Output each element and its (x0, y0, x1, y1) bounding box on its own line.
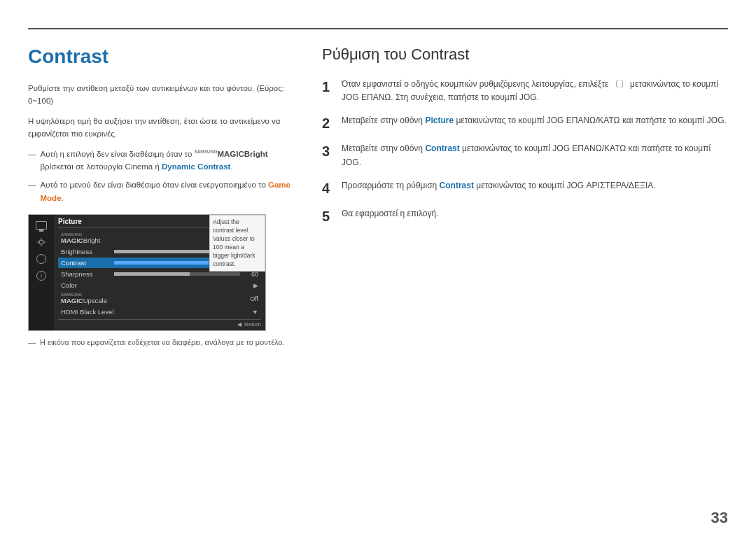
step-4-number: 4 (322, 179, 342, 197)
brightness-icon (34, 236, 49, 248)
magicupscale-value: Off (244, 295, 258, 302)
section-title: Contrast (28, 45, 294, 68)
step-4: 4 Προσαρμόστε τη ρύθμιση Contrast μετακι… (322, 179, 728, 197)
menu-item-hdmi: HDMI Black Level ▼ (58, 307, 261, 317)
svg-point-0 (39, 240, 43, 244)
magicupscale-text: MAGICUpscale (61, 297, 107, 304)
step-2-text: Μεταβείτε στην οθόνη Picture μετακινώντα… (342, 114, 728, 127)
bullet2-dash: — (28, 178, 36, 191)
color-arrow: ▶ (253, 282, 258, 289)
brightness-label: Brightness (61, 248, 110, 255)
step-3: 3 Μεταβείτε στην οθόνη Contrast μετακινώ… (322, 142, 728, 169)
top-border (28, 28, 728, 29)
step-1: 1 Όταν εμφανιστεί ο οδηγός κουμπιών ρυθμ… (322, 78, 728, 104)
settings-sidebar-icon (34, 253, 49, 265)
gear-icon (36, 254, 46, 264)
menu-item-color: Color ▶ (58, 280, 261, 290)
step-5: 5 Θα εφαρμοστεί η επιλογή. (322, 207, 728, 225)
sharpness-fill (114, 272, 190, 276)
right-title: Ρύθμιση του Contrast (322, 45, 728, 64)
monitor-icon (34, 219, 49, 232)
step3-contrast-highlight: Contrast (425, 143, 459, 153)
bullet2-text: Αυτό το μενού δεν είναι διαθέσιμο όταν ε… (41, 178, 295, 204)
game-mode-label: Game Mode (41, 181, 290, 202)
hdmi-label: HDMI Black Level (61, 308, 114, 316)
monitor-footer: ◀ Return (58, 319, 261, 328)
sharpness-bar (114, 272, 240, 276)
monitor-wrapper: i Picture SAMSUNG MAGICBright Custom (28, 214, 266, 331)
color-label: Color (61, 281, 110, 289)
return-label: Return (244, 321, 261, 328)
monitor-mockup: i Picture SAMSUNG MAGICBright Custom (28, 214, 266, 331)
info-icon: i (36, 271, 46, 281)
contrast-fill (114, 261, 209, 265)
step-5-text: Θα εφαρμοστεί η επιλογή. (342, 207, 728, 220)
monitor-screen-icon (36, 221, 47, 230)
page-number: 33 (711, 509, 728, 527)
menu-item-magicupscale: SAMSUNG MAGICUpscale Off (58, 291, 261, 306)
para1: Ρυθμίστε την αντίθεση μεταξύ των αντικει… (28, 82, 294, 108)
bullet2: — Αυτό το μενού δεν είναι διαθέσιμο όταν… (28, 178, 294, 204)
info-sidebar-icon: i (34, 269, 49, 282)
step-5-number: 5 (322, 207, 342, 225)
note-body: Η εικόνα που εμφανίζεται ενδέχεται να δι… (40, 338, 285, 346)
left-column: Contrast Ρυθμίστε την αντίθεση μεταξύ τω… (28, 38, 294, 506)
monitor-sidebar: i (29, 215, 54, 330)
magicupscale-label: SAMSUNG MAGICUpscale (61, 293, 110, 304)
para2: Η υψηλότερη τιμή θα αυξήσει την αντίθεση… (28, 115, 294, 141)
dynamic-contrast-label: Dynamic Contrast (162, 162, 230, 171)
return-arrow-icon: ◀ (237, 321, 241, 328)
sharpness-label: Sharpness (61, 270, 110, 278)
bullet1-text: Αυτή η επιλογή δεν είναι διαθέσιμη όταν … (41, 148, 295, 174)
tooltip-text: Adjust the contrast level. Values closer… (213, 218, 255, 267)
note-dash: — (28, 338, 36, 346)
magicbright-label: SAMSUNG MAGICBright (61, 232, 110, 244)
tooltip-box: Adjust the contrast level. Values closer… (209, 215, 265, 272)
page-content: Contrast Ρυθμίστε την αντίθεση μεταξύ τω… (28, 38, 728, 506)
step-1-number: 1 (322, 78, 342, 96)
bullet1-dash: — (28, 148, 36, 160)
note-text: — Η εικόνα που εμφανίζεται ενδέχεται να … (28, 338, 294, 346)
contrast-label: Contrast (61, 259, 110, 267)
step2-picture-highlight: Picture (425, 115, 454, 125)
step-1-text: Όταν εμφανιστεί ο οδηγός κουμπιών ρυθμιζ… (342, 78, 728, 104)
right-column: Ρύθμιση του Contrast 1 Όταν εμφανιστεί ο… (322, 38, 728, 506)
step-3-text: Μεταβείτε στην οθόνη Contrast μετακινώντ… (342, 142, 728, 169)
step4-contrast-highlight: Contrast (440, 181, 474, 190)
step-3-number: 3 (322, 142, 342, 160)
bullet1: — Αυτή η επιλογή δεν είναι διαθέσιμη ότα… (28, 148, 294, 174)
step-4-text: Προσαρμόστε τη ρύθμιση Contrast μετακινώ… (342, 179, 728, 192)
step-2: 2 Μεταβείτε στην οθόνη Picture μετακινών… (322, 114, 728, 132)
magicbright-text: MAGICBright (61, 237, 101, 244)
step-2-number: 2 (322, 114, 342, 132)
hdmi-arrow: ▼ (252, 309, 258, 316)
